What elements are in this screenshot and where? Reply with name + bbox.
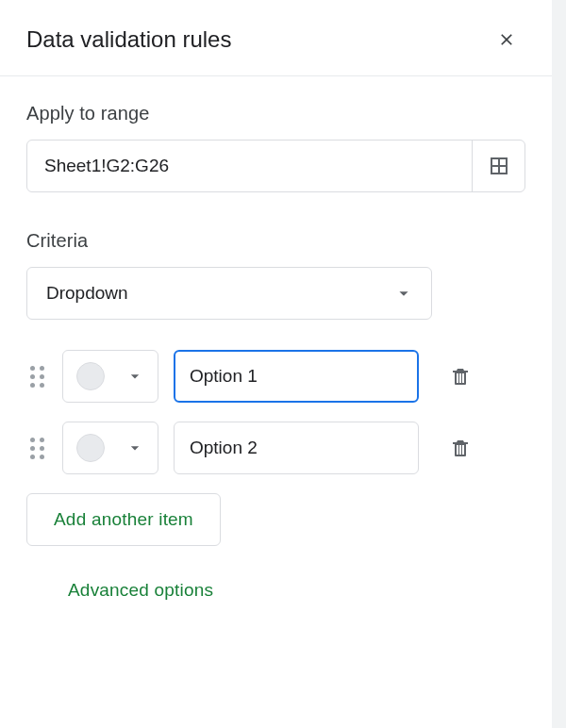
caret-down-icon bbox=[393, 283, 414, 304]
color-chip-icon bbox=[76, 362, 105, 390]
select-range-button[interactable] bbox=[472, 141, 524, 191]
panel-body: Apply to range Criteria Dropdown bbox=[0, 76, 552, 627]
caret-down-icon bbox=[125, 438, 144, 457]
drag-handle[interactable] bbox=[26, 434, 47, 462]
dropdown-option-row bbox=[26, 350, 525, 403]
trash-icon bbox=[449, 437, 472, 459]
apply-to-range-label: Apply to range bbox=[26, 103, 525, 124]
delete-option-button[interactable] bbox=[441, 357, 479, 395]
panel-header: Data validation rules bbox=[0, 0, 552, 76]
apply-to-range-row bbox=[26, 140, 525, 192]
dropdown-option-row bbox=[26, 422, 525, 474]
trash-icon bbox=[449, 365, 472, 388]
data-validation-panel: Data validation rules Apply to range Cri… bbox=[0, 0, 552, 728]
panel-title: Data validation rules bbox=[26, 26, 231, 53]
color-chip-icon bbox=[76, 434, 105, 462]
option-color-picker[interactable] bbox=[62, 422, 158, 474]
advanced-options-link[interactable]: Advanced options bbox=[26, 580, 525, 601]
add-another-item-button[interactable]: Add another item bbox=[26, 493, 221, 546]
drag-handle[interactable] bbox=[26, 362, 47, 390]
option-value-input[interactable] bbox=[174, 350, 419, 403]
criteria-label: Criteria bbox=[26, 230, 525, 252]
criteria-select[interactable]: Dropdown bbox=[26, 267, 432, 320]
close-button[interactable] bbox=[488, 21, 525, 58]
apply-to-range-input[interactable] bbox=[27, 141, 472, 191]
criteria-selected-value: Dropdown bbox=[46, 283, 128, 304]
caret-down-icon bbox=[125, 367, 144, 386]
option-color-picker[interactable] bbox=[62, 350, 158, 403]
close-icon bbox=[497, 30, 516, 49]
grid-icon bbox=[488, 155, 510, 177]
option-value-input[interactable] bbox=[174, 422, 419, 474]
delete-option-button[interactable] bbox=[441, 429, 479, 467]
